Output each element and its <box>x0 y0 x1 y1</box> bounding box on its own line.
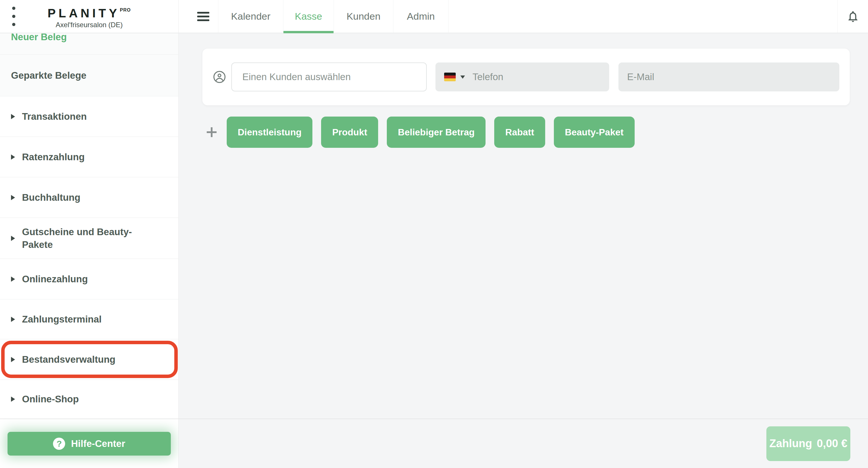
email-input[interactable] <box>627 71 831 82</box>
sidebar-item-buchhaltung[interactable]: Buchhaltung <box>0 177 178 218</box>
tab-admin[interactable]: Admin <box>393 0 448 33</box>
plus-icon <box>205 125 219 139</box>
chevron-right-icon <box>11 114 15 119</box>
logo-pro-badge: PRO <box>120 7 131 12</box>
sidebar-item-label: Zahlungsterminal <box>22 313 102 326</box>
help-center-label: Hilfe-Center <box>71 438 125 449</box>
chevron-right-icon <box>11 155 15 160</box>
beauty-package-button[interactable]: Beauty-Paket <box>554 116 634 148</box>
logo: PLANITYPRO Axel'friseursalon (DE) <box>16 4 163 29</box>
sidebar-item-label: Onlinezahlung <box>22 273 88 286</box>
footer: ? Hilfe-Center Zahlung 0,00 € <box>0 419 868 468</box>
sidebar-item-label: Transaktionen <box>22 110 87 123</box>
sidebar-item-label: Ratenzahlung <box>22 151 85 163</box>
chevron-right-icon <box>11 236 15 241</box>
hamburger-menu-icon[interactable] <box>197 12 209 21</box>
sidebar-item-label: Online-Shop <box>22 393 79 405</box>
actions-row: Dienstleistung Produkt Beliebiger Betrag… <box>203 116 850 148</box>
help-center-button[interactable]: ? Hilfe-Center <box>7 432 171 456</box>
tab-kalender[interactable]: Kalender <box>218 0 283 33</box>
chevron-right-icon <box>11 276 15 282</box>
logo-text: PLANITYPRO <box>48 4 131 20</box>
payment-label: Zahlung <box>769 437 812 450</box>
caret-down-icon[interactable] <box>460 75 465 79</box>
add-item-button[interactable] <box>203 125 221 139</box>
flag-germany-icon[interactable] <box>444 73 456 81</box>
header-nav: Kalender Kasse Kunden Admin <box>179 0 868 33</box>
header-spacer <box>448 0 837 33</box>
user-circle-icon <box>213 70 226 83</box>
sidebar-item-ratenzahlung[interactable]: Ratenzahlung <box>0 137 178 177</box>
app-window: PLANITYPRO Axel'friseursalon (DE) Kalend… <box>0 0 868 468</box>
sidebar-item-gutscheine-und-beauty-pakete[interactable]: Gutscheine und Beauty-Pakete <box>0 218 178 259</box>
sidebar-item-label: Neuer Beleg <box>11 33 67 43</box>
header: PLANITYPRO Axel'friseursalon (DE) Kalend… <box>0 0 868 33</box>
customer-select-input[interactable] <box>231 63 427 91</box>
sidebar-item-neuer-beleg[interactable]: Neuer Beleg <box>0 33 178 55</box>
sidebar-item-bestandsverwaltung[interactable]: Bestandsverwaltung <box>0 339 178 380</box>
header-brand-zone: PLANITYPRO Axel'friseursalon (DE) <box>0 0 179 33</box>
chevron-right-icon <box>11 195 15 200</box>
sidebar-item-label: Buchhaltung <box>22 191 81 204</box>
discount-button[interactable]: Rabatt <box>494 116 545 148</box>
sidebar-item-transaktionen[interactable]: Transaktionen <box>0 96 178 137</box>
service-button[interactable]: Dienstleistung <box>227 116 312 148</box>
main-content: Dienstleistung Produkt Beliebiger Betrag… <box>179 33 868 419</box>
payment-button[interactable]: Zahlung 0,00 € <box>766 426 850 461</box>
chevron-right-icon <box>11 357 15 362</box>
tab-kunden[interactable]: Kunden <box>334 0 393 33</box>
chevron-right-icon <box>11 397 15 402</box>
payment-amount: 0,00 € <box>817 437 847 450</box>
customer-card <box>203 48 850 105</box>
email-field <box>618 63 839 91</box>
tab-kasse[interactable]: Kasse <box>283 0 334 33</box>
body: Neuer Beleg Geparkte Belege Transaktione… <box>0 33 868 419</box>
sidebar-item-label: Geparkte Belege <box>11 69 86 82</box>
main-tabs: Kalender Kasse Kunden Admin <box>218 0 448 33</box>
kebab-menu-icon[interactable] <box>12 7 16 26</box>
sidebar-item-label: Bestandsverwaltung <box>22 353 116 366</box>
question-circle-icon: ? <box>53 438 65 450</box>
footer-sidebar-zone: ? Hilfe-Center <box>0 419 179 468</box>
sidebar: Neuer Beleg Geparkte Belege Transaktione… <box>0 33 179 419</box>
phone-field <box>435 63 609 91</box>
sidebar-item-online-shop[interactable]: Online-Shop <box>0 380 178 419</box>
phone-input[interactable] <box>472 71 600 82</box>
salon-name: Axel'friseursalon (DE) <box>56 21 122 29</box>
bell-icon <box>846 10 860 23</box>
sidebar-item-zahlungsterminal[interactable]: Zahlungsterminal <box>0 299 178 339</box>
sidebar-item-geparkte-belege[interactable]: Geparkte Belege <box>0 55 178 96</box>
notifications-button[interactable] <box>837 0 868 33</box>
chevron-right-icon <box>11 317 15 322</box>
sidebar-item-label: Gutscheine und Beauty-Pakete <box>22 226 147 251</box>
custom-amount-button[interactable]: Beliebiger Betrag <box>387 116 486 148</box>
sidebar-item-onlinezahlung[interactable]: Onlinezahlung <box>0 259 178 299</box>
footer-main-zone: Zahlung 0,00 € <box>179 419 868 468</box>
product-button[interactable]: Produkt <box>321 116 378 148</box>
